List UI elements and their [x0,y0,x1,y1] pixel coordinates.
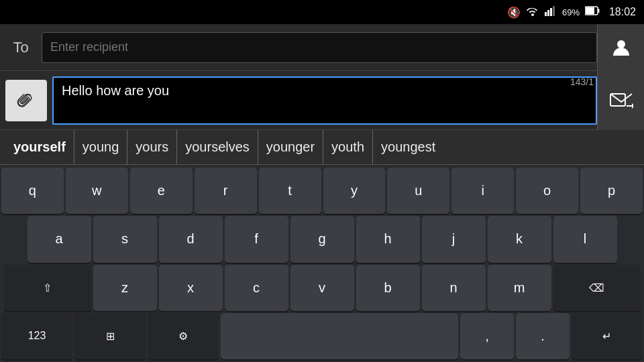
key-j[interactable]: j [422,216,486,262]
key-o[interactable]: o [516,168,578,214]
svg-rect-1 [547,10,549,16]
key-l[interactable]: l [553,216,617,262]
svg-rect-3 [553,6,555,16]
key-r[interactable]: r [195,168,257,214]
key-p[interactable]: p [580,168,643,214]
char-count: 143/1 [570,76,594,87]
shift-key[interactable]: ⇧ [4,265,91,311]
key-t[interactable]: t [259,168,321,214]
contact-button[interactable] [597,24,644,71]
key-y[interactable]: y [323,168,386,214]
svg-rect-5 [598,9,599,13]
wifi-icon [526,5,539,19]
numbers-key[interactable]: 123 [1,313,72,359]
key-m[interactable]: m [488,265,551,311]
attach-button[interactable] [5,80,47,121]
key-c[interactable]: c [225,265,288,311]
battery-icon [585,6,600,18]
key-g[interactable]: g [290,216,354,262]
key-f[interactable]: f [225,216,288,262]
autocomplete-word[interactable]: yourselves [177,130,258,164]
message-input[interactable]: Hello how are you [52,76,597,125]
key-s[interactable]: s [93,216,157,262]
key-q[interactable]: q [1,168,64,214]
key-x[interactable]: x [159,265,223,311]
keyboard: qwertyuiop asdfghjkl ⇧zxcvbnm⌫ 123⊞⚙,.↵ [0,165,644,362]
space-key[interactable] [221,313,458,359]
keyboard-row-1: qwertyuiop [1,168,643,214]
svg-point-7 [617,40,625,48]
key-k[interactable]: k [488,216,551,262]
key-e[interactable]: e [130,168,193,214]
svg-rect-6 [586,7,594,14]
autocomplete-word[interactable]: young [74,130,128,164]
to-label: To [0,39,42,56]
time-display: 18:02 [609,6,636,18]
autocomplete-word[interactable]: younger [258,130,323,164]
send-button[interactable] [597,71,644,130]
key-z[interactable]: z [93,265,157,311]
keyboard-row-2: asdfghjkl [1,216,643,262]
settings-key[interactable]: ⚙ [148,313,219,359]
period-key[interactable]: . [516,313,570,359]
enter-key[interactable]: ↵ [572,313,643,359]
backspace-key[interactable]: ⌫ [553,265,641,311]
svg-marker-10 [632,103,633,109]
mute-icon: 🔇 [507,6,521,19]
contact-icon [610,37,632,58]
autocomplete-word[interactable]: yourself [5,130,74,164]
to-row: To [0,24,644,71]
key-n[interactable]: n [422,265,486,311]
key-a[interactable]: a [28,216,91,262]
autocomplete-word[interactable]: yours [127,130,177,164]
key-b[interactable]: b [356,265,420,311]
message-row: Hello how are you 143/1 [0,71,644,130]
autocomplete-row: yourselfyoungyoursyourselvesyoungeryouth… [0,130,644,165]
keyboard-row-4: 123⊞⚙,.↵ [1,313,643,359]
recipient-input[interactable] [42,32,597,63]
battery-text: 69% [562,7,580,17]
key-i[interactable]: i [451,168,514,214]
key-w[interactable]: w [66,168,128,214]
svg-rect-2 [550,8,552,16]
keyboard-row-3: ⇧zxcvbnm⌫ [1,265,643,311]
key-d[interactable]: d [159,216,223,262]
svg-rect-0 [545,12,547,16]
paperclip-icon [17,91,36,110]
send-icon [609,91,633,110]
key-v[interactable]: v [290,265,354,311]
key-u[interactable]: u [387,168,449,214]
comma-key[interactable]: , [460,313,514,359]
key-h[interactable]: h [356,216,420,262]
status-bar: 🔇 69% 18:02 [0,0,644,24]
autocomplete-word[interactable]: youngest [373,130,443,164]
autocomplete-word[interactable]: youth [323,130,373,164]
signal-icon [545,5,557,19]
keyboard-layout-key[interactable]: ⊞ [74,313,146,359]
